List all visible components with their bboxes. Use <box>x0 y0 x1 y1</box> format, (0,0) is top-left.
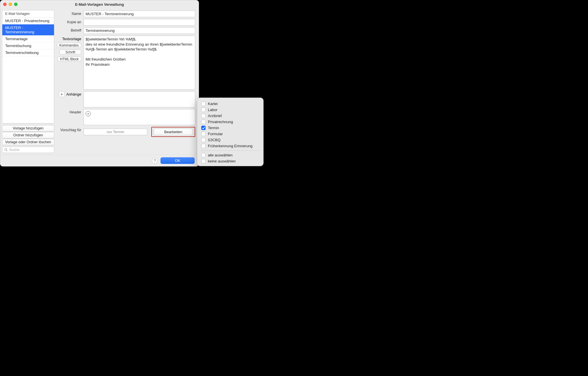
template-list[interactable]: E-Mail-Vorlagen MUSTER - Privatrechnung … <box>2 10 54 123</box>
ok-button[interactable]: OK <box>160 157 195 164</box>
attachments-box[interactable] <box>84 91 195 107</box>
attachments-label: Anhänge <box>66 92 81 96</box>
copy-input[interactable] <box>84 19 195 26</box>
popover-option-label: Kartei <box>208 102 218 106</box>
header-box[interactable]: + <box>84 109 195 125</box>
search-icon <box>4 148 8 152</box>
popover-option[interactable]: Termin <box>197 125 263 131</box>
add-folder-button[interactable]: Ordner hinzufügen <box>2 132 54 138</box>
popover-option[interactable]: S3CBQ <box>197 137 263 143</box>
popover-option[interactable]: Formular <box>197 131 263 137</box>
select-all-option[interactable]: alle auswählen <box>197 152 263 158</box>
popover-option-label: Privatrechnung <box>208 120 233 124</box>
popover-option[interactable]: Früherkennung Erinnerung <box>197 143 263 149</box>
name-label: Name <box>57 11 84 16</box>
popover-option[interactable]: Kartei <box>197 101 263 107</box>
window-title: E-Mail-Vorlagen Verwaltung <box>0 2 199 7</box>
window-content: E-Mail-Vorlagen MUSTER - Privatrechnung … <box>0 8 199 155</box>
text-template-input[interactable] <box>84 36 195 90</box>
commands-button[interactable]: Kommandos <box>57 43 81 48</box>
popover-option-label: S3CBQ <box>208 138 220 142</box>
header-label: Header <box>57 109 84 114</box>
checkbox-icon[interactable] <box>201 144 206 148</box>
subject-label: Betreff <box>57 27 84 32</box>
popover-option-label: Formular <box>208 132 223 136</box>
sidebar: E-Mail-Vorlagen MUSTER - Privatrechnung … <box>0 8 56 155</box>
popover-separator <box>200 150 260 151</box>
select-all-label: alle auswählen <box>208 153 233 157</box>
checkbox-icon[interactable] <box>201 108 206 112</box>
add-template-button[interactable]: Vorlage hinzufügen <box>2 125 54 131</box>
add-attachment-button[interactable]: + <box>59 91 65 97</box>
checkbox-icon[interactable] <box>201 126 206 130</box>
sidebar-item[interactable]: Terminverschiebung <box>2 49 54 56</box>
add-header-icon[interactable]: + <box>86 111 91 116</box>
html-block-button[interactable]: HTML Block <box>57 57 81 62</box>
sidebar-item[interactable]: MUSTER - Terminerinnerung <box>2 24 54 36</box>
footer: ? OK <box>0 155 199 166</box>
search-input[interactable] <box>2 147 54 153</box>
select-none-label: keine auswählen <box>208 159 236 163</box>
popover-option-label: Arztbrief <box>208 114 222 118</box>
checkbox-icon[interactable] <box>201 120 206 124</box>
checkbox-icon[interactable] <box>201 138 206 142</box>
name-input[interactable] <box>84 11 195 17</box>
suggestion-popover: Kartei Labor Arztbrief Privatrechnung Te… <box>197 98 264 166</box>
copy-label: Kopie an <box>57 19 84 24</box>
main-window: E-Mail-Vorlagen Verwaltung E-Mail-Vorlag… <box>0 0 199 166</box>
sidebar-item[interactable]: Terminlöschung <box>2 42 54 49</box>
popover-option[interactable]: Privatrechnung <box>197 119 263 125</box>
template-list-header: E-Mail-Vorlagen <box>2 10 54 18</box>
checkbox-icon[interactable] <box>201 102 206 106</box>
sidebar-buttons: Vorlage hinzufügen Ordner hinzufügen Vor… <box>2 125 54 145</box>
popover-option[interactable]: Arztbrief <box>197 113 263 119</box>
suggestion-value: nur Termin <box>84 129 147 135</box>
sidebar-item[interactable]: MUSTER - Privatrechnung <box>2 18 54 24</box>
popover-option-label: Termin <box>208 126 219 130</box>
text-template-label: Textvorlage <box>62 36 81 41</box>
select-none-option[interactable]: keine auswählen <box>197 158 263 164</box>
popover-option[interactable]: Labor <box>197 107 263 113</box>
search-field-wrap <box>2 147 54 153</box>
subject-input[interactable] <box>84 27 195 34</box>
help-button[interactable]: ? <box>152 158 158 164</box>
suggestion-label: Vorschlag für <box>57 127 84 132</box>
popover-option-label: Früherkennung Erinnerung <box>208 144 252 148</box>
checkbox-icon[interactable] <box>201 153 206 157</box>
sidebar-item[interactable]: Terminanlage <box>2 36 54 42</box>
edit-suggestion-button[interactable]: Bearbeiten <box>154 129 193 135</box>
titlebar: E-Mail-Vorlagen Verwaltung <box>0 0 199 8</box>
edit-button-highlight: Bearbeiten <box>151 127 195 137</box>
form-panel: Name Kopie an Betreff Textvorlage Komman… <box>56 8 199 155</box>
checkbox-icon[interactable] <box>201 159 206 163</box>
popover-option-label: Labor <box>208 108 217 112</box>
checkbox-icon[interactable] <box>201 132 206 136</box>
checkbox-icon[interactable] <box>201 114 206 118</box>
font-button[interactable]: Schrift <box>59 50 81 55</box>
delete-button[interactable]: Vorlage oder Ordner löschen <box>2 139 54 145</box>
